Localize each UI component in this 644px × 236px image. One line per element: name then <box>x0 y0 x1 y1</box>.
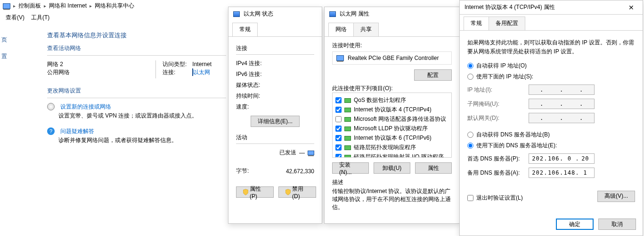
configure-button[interactable]: 配置 <box>414 69 452 81</box>
menubar: 查看(V) 工具(T) <box>0 12 226 25</box>
preferred-dns-input[interactable]: 202.106.0.20 <box>529 153 595 164</box>
protocol-icon <box>344 155 351 158</box>
activity-group: 活动 <box>236 134 314 142</box>
ok-button[interactable]: 确定 <box>556 219 594 230</box>
list-item[interactable]: Internet 协议版本 6 (TCP/IPv6) <box>335 134 449 142</box>
item-label: 链路层拓扑发现映射器 I/O 驱动程序 <box>354 153 444 158</box>
sent-label: 已发送 <box>279 149 296 157</box>
close-icon[interactable]: ✕ <box>625 4 638 11</box>
divider <box>236 143 314 144</box>
details-button[interactable]: 详细信息(E)... <box>251 116 300 127</box>
item-checkbox[interactable] <box>335 116 342 122</box>
list-item[interactable]: Internet 协议版本 4 (TCP/IPv4) <box>335 106 449 114</box>
tab-general[interactable]: 常规 <box>464 17 489 30</box>
uninstall-button[interactable]: 卸载(U) <box>374 162 410 174</box>
item-checkbox[interactable] <box>335 126 342 132</box>
auto-dns-radio[interactable] <box>467 132 473 138</box>
ethernet-icon <box>233 11 240 17</box>
tab-alternate[interactable]: 备用配置 <box>489 17 525 30</box>
properties-button[interactable]: 属性(P) <box>236 186 274 198</box>
item-checkbox[interactable] <box>335 97 342 103</box>
protocol-icon <box>344 98 351 103</box>
item-label: QoS 数据包计划程序 <box>354 96 406 104</box>
tab-general[interactable]: 常规 <box>232 23 258 36</box>
alternate-dns-input[interactable]: 202.106.148.1 <box>529 168 595 178</box>
item-label: Microsoft LLDP 协议驱动程序 <box>354 125 428 133</box>
ipv4-properties-window: Internet 协议版本 4 (TCP/IPv4) 属性 ✕ 常规备用配置 如… <box>459 0 643 236</box>
setup-connection-link[interactable]: 设置新的连接或网络 <box>60 103 111 111</box>
item-checkbox[interactable] <box>335 135 342 141</box>
item-checkbox[interactable] <box>335 107 342 113</box>
description-text: 传输控制协议/Internet 协议。该协议是默认的广域网络协议，用于在不同的相… <box>332 187 452 211</box>
tab-sharing[interactable]: 共享 <box>353 23 379 36</box>
window-titlebar[interactable]: 以太网 属性 <box>325 7 459 21</box>
list-item[interactable]: Microsoft 网络适配器多路传送器协议 <box>335 115 449 123</box>
validate-checkbox[interactable] <box>467 195 473 201</box>
menu-view[interactable]: 查看(V) <box>6 14 24 22</box>
chevron-right-icon: ▸ <box>90 3 92 8</box>
setup-connection-icon <box>47 103 55 110</box>
activity-icon <box>308 151 314 155</box>
list-item[interactable]: 链路层拓扑发现响应程序 <box>335 143 449 152</box>
crumb-sharing-center[interactable]: 网络和共享中心 <box>95 2 134 10</box>
media-state-label: 媒体状态: <box>236 81 274 89</box>
crumb-network-internet[interactable]: 网络和 Internet <box>49 2 87 10</box>
chevron-right-icon: ▸ <box>13 3 16 8</box>
ethernet-icon <box>329 11 336 17</box>
preferred-dns-label: 首选 DNS 服务器(P): <box>467 155 529 163</box>
protocol-icon <box>344 108 351 112</box>
advanced-button[interactable]: 高级(V)... <box>597 191 635 202</box>
item-label: Internet 协议版本 6 (TCP/IPv6) <box>354 134 432 142</box>
shield-icon <box>243 189 248 195</box>
dash: — <box>299 150 305 156</box>
auto-dns-label: 自动获得 DNS 服务器地址(B) <box>476 131 550 139</box>
list-item[interactable]: QoS 数据包计划程序 <box>335 96 449 104</box>
bytes-sent-value: 42,672,330 <box>286 168 314 175</box>
troubleshoot-link[interactable]: 问题疑难解答 <box>60 127 94 135</box>
subnet-mask-label: 子网掩码(U): <box>467 100 529 108</box>
install-button[interactable]: 安装(N)... <box>332 162 369 174</box>
tab-network[interactable]: 网络 <box>328 23 354 36</box>
uses-items-label: 此连接使用下列项目(O): <box>332 84 452 93</box>
items-listbox[interactable]: QoS 数据包计划程序Internet 协议版本 4 (TCP/IPv4)Mic… <box>332 93 452 158</box>
connections-label: 连接: <box>163 68 191 76</box>
manual-dns-radio[interactable] <box>467 143 473 149</box>
list-item[interactable]: 链路层拓扑发现映射器 I/O 驱动程序 <box>335 153 449 158</box>
ethernet-properties-window: 以太网 属性 网络共享 连接时使用: Realtek PCIe GBE Fami… <box>324 7 460 224</box>
breadcrumb[interactable]: ▸ 控制面板 ▸ 网络和 Internet ▸ 网络和共享中心 <box>0 0 226 12</box>
ipv4-intro-text: 如果网络支持此功能，则可以获取自动指派的 IP 设置。否则，你需要从网络系统管理… <box>467 38 635 56</box>
item-checkbox[interactable] <box>335 154 342 158</box>
item-properties-button[interactable]: 属性 <box>415 162 452 174</box>
access-type-label: 访问类型: <box>163 60 191 68</box>
chevron-right-icon: ▸ <box>44 3 46 8</box>
bytes-label: 字节: <box>236 167 249 175</box>
auto-ip-radio[interactable] <box>467 63 473 69</box>
window-title: Internet 协议版本 4 (TCP/IPv4) 属性 <box>465 3 555 11</box>
item-checkbox[interactable] <box>335 144 342 151</box>
page-title: 查看基本网络信息并设置连接 <box>47 31 226 40</box>
validate-label: 退出时验证设置(L) <box>476 194 523 202</box>
menu-tools[interactable]: 工具(T) <box>31 14 49 22</box>
window-titlebar[interactable]: Internet 协议版本 4 (TCP/IPv4) 属性 ✕ <box>460 0 643 15</box>
disable-button[interactable]: 禁用(D) <box>278 186 316 198</box>
ethernet-link[interactable]: 以太网 <box>193 69 210 76</box>
protocol-icon <box>344 145 351 150</box>
alternate-dns-label: 备用 DNS 服务器(A): <box>467 169 529 177</box>
protocol-icon <box>344 136 351 141</box>
manual-dns-label: 使用下面的 DNS 服务器地址(E): <box>476 142 557 150</box>
list-item[interactable]: Microsoft LLDP 协议驱动程序 <box>335 125 449 133</box>
window-titlebar[interactable]: 以太网 状态 <box>228 7 322 21</box>
active-networks-header: 查看活动网络 <box>47 44 226 52</box>
window-title: 以太网 状态 <box>244 10 273 18</box>
cancel-button[interactable]: 取消 <box>598 219 636 230</box>
window-title: 以太网 属性 <box>340 10 369 18</box>
nic-icon <box>336 55 344 61</box>
protocol-icon <box>344 117 351 122</box>
crumb-control-panel[interactable]: 控制面板 <box>18 2 41 10</box>
control-panel-icon <box>3 3 10 9</box>
device-name: Realtek PCIe GBE Family Controller <box>348 55 439 61</box>
connection-group: 连接 <box>236 44 314 52</box>
access-type-value: Internet <box>192 61 212 67</box>
ip-address-label: IP 地址(I): <box>467 86 529 94</box>
manual-ip-radio[interactable] <box>467 74 473 80</box>
